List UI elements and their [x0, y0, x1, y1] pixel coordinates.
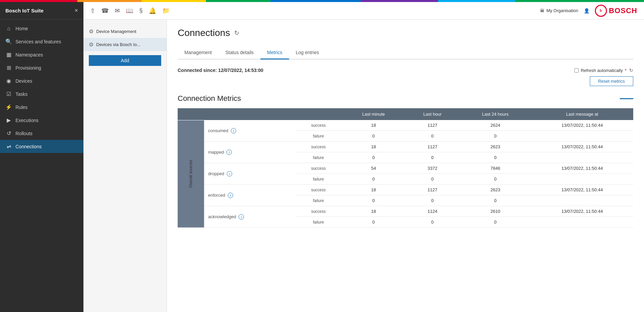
services-icon: 🔍	[5, 38, 12, 45]
metrics-table: Last minute Last hour Last 24 hours Last…	[178, 108, 633, 228]
tabs: Management Status details Metrics Log en…	[178, 46, 633, 60]
sidebar-item-provisioning[interactable]: ⊞ Provisioning	[0, 61, 83, 74]
paragraph-icon[interactable]: §	[139, 7, 143, 14]
cell-last_minute: 0	[342, 152, 405, 163]
cell-last_minute: 0	[342, 195, 405, 206]
main-area: ⇧ ☎ ✉ 📖 § 🔔 📁 🏛 My Organisation 👤 b BOSC…	[83, 2, 644, 312]
cell-last_hour: 0	[405, 195, 460, 206]
device-management-label: Device Management	[96, 29, 136, 34]
connection-name: Devices via Bosch Io...	[96, 42, 141, 47]
refresh-auto-checkbox[interactable]	[574, 68, 579, 73]
user-icon[interactable]: 👤	[584, 8, 589, 13]
share-icon[interactable]: ⇧	[90, 7, 95, 14]
th-label	[178, 108, 342, 120]
email-icon[interactable]: ✉	[115, 7, 120, 14]
info-icon-consumed[interactable]: i	[231, 128, 236, 133]
cell-last_hour: 1127	[405, 185, 460, 195]
refresh-icon[interactable]: ↻	[629, 68, 633, 73]
th-last-24h: Last 24 hours	[460, 108, 531, 120]
group-label-enforced: enforced i	[204, 185, 295, 206]
bosch-logo-circle: b	[595, 5, 607, 17]
cell-last_msg: 13/07/2022, 11:50:44	[531, 142, 633, 152]
table-row: acknowledged isuccess181124261013/07/202…	[178, 206, 633, 217]
sidebar-label-tasks: Tasks	[15, 91, 28, 97]
refresh-asterisk: *	[625, 68, 627, 73]
phone-icon[interactable]: ☎	[101, 7, 109, 14]
info-icon-dropped[interactable]: i	[227, 171, 232, 177]
cell-last_24h: 0	[460, 217, 531, 228]
section-title: Connection Metrics	[178, 94, 241, 103]
sidebar-item-connections[interactable]: ⇌ Connections	[0, 140, 83, 153]
folder-icon[interactable]: 📁	[162, 7, 170, 14]
refresh-auto-checkbox-label[interactable]: Refresh automatically *	[574, 68, 627, 73]
device-management-item[interactable]: ⚙ Device Management	[83, 25, 167, 38]
page-title-row: Connections ↻	[178, 28, 633, 38]
tab-management[interactable]: Management	[178, 46, 219, 60]
page-refresh-icon[interactable]: ↻	[234, 29, 239, 37]
th-last-minute: Last minute	[342, 108, 405, 120]
sidebar-label-home: Home	[15, 26, 28, 31]
provisioning-icon: ⊞	[5, 65, 12, 71]
content-area: ⚙ Device Management ⚙ Devices via Bosch …	[83, 20, 644, 312]
tasks-icon: ☑	[5, 91, 12, 97]
info-icon-mapped[interactable]: i	[226, 150, 232, 155]
tab-log-entries[interactable]: Log entries	[289, 46, 326, 60]
tab-status-details[interactable]: Status details	[219, 46, 260, 60]
org-selector[interactable]: 🏛 My Organisation	[540, 8, 578, 13]
bell-icon[interactable]: 🔔	[149, 7, 156, 14]
info-icon-acknowledged[interactable]: i	[239, 214, 244, 220]
type-cell: failure	[295, 217, 342, 228]
home-icon: ⌂	[5, 26, 12, 32]
group-label-mapped: mapped i	[204, 142, 295, 163]
bosch-text: BOSCH	[609, 6, 637, 15]
cell-last_minute: 0	[342, 174, 405, 185]
table-row: mapped isuccess181127262313/07/2022, 11:…	[178, 142, 633, 152]
cell-last_hour: 1127	[405, 142, 460, 152]
sidebar-item-devices[interactable]: ◉ Devices	[0, 74, 83, 87]
connected-since-label: Connected since:	[178, 68, 217, 73]
rollouts-icon: ↺	[5, 130, 12, 136]
sidebar-item-rules[interactable]: ⚡ Rules	[0, 101, 83, 114]
cell-last_24h: 0	[460, 131, 531, 142]
cell-last_minute: 18	[342, 120, 405, 131]
cell-last_hour: 0	[405, 217, 460, 228]
cell-last_msg	[531, 131, 633, 142]
connection-list-item[interactable]: ⚙ Devices via Bosch Io...	[83, 38, 167, 51]
sidebar-label-rules: Rules	[15, 105, 28, 110]
type-cell: success	[295, 163, 342, 174]
sidebar-item-namespaces[interactable]: ▦ Namespaces	[0, 48, 83, 61]
book-icon[interactable]: 📖	[126, 7, 133, 14]
sidebar-item-tasks[interactable]: ☑ Tasks	[0, 87, 83, 101]
tab-metrics[interactable]: Metrics	[260, 46, 289, 60]
sidebar-item-home[interactable]: ⌂ Home	[0, 22, 83, 35]
rules-icon: ⚡	[5, 104, 12, 110]
type-cell: success	[295, 120, 342, 131]
cell-last_minute: 54	[342, 163, 405, 174]
refresh-auto-label: Refresh automatically	[581, 68, 623, 73]
sidebar-item-executions[interactable]: ▶ Executions	[0, 114, 83, 127]
sidebar-navigation: ⌂ Home🔍 Services and features▦ Namespace…	[0, 20, 83, 153]
group-label-dropped: dropped i	[204, 163, 295, 185]
cell-last_hour: 0	[405, 174, 460, 185]
bosch-logo: b BOSCH	[595, 5, 637, 17]
add-connection-button[interactable]: Add	[89, 55, 161, 66]
cell-last_24h: 0	[460, 152, 531, 163]
sidebar-item-rollouts[interactable]: ↺ Rollouts	[0, 127, 83, 140]
cell-last_msg: 13/07/2022, 11:50:44	[531, 185, 633, 195]
type-cell: failure	[295, 195, 342, 206]
table-head: Last minute Last hour Last 24 hours Last…	[178, 108, 633, 120]
metrics-header: Connected since: 12/07/2022, 14:53:00 Re…	[178, 68, 633, 86]
sidebar-close-button[interactable]: ×	[74, 7, 78, 14]
cell-last_msg	[531, 152, 633, 163]
vertical-header-cell: Overall sources	[178, 120, 204, 228]
cell-last_24h: 0	[460, 174, 531, 185]
cell-last_24h: 0	[460, 195, 531, 206]
org-icon: 🏛	[540, 8, 544, 13]
cell-last_24h: 2623	[460, 142, 531, 152]
info-icon-enforced[interactable]: i	[228, 193, 233, 198]
cell-last_minute: 0	[342, 131, 405, 142]
sidebar-item-services[interactable]: 🔍 Services and features	[0, 35, 83, 48]
cell-last_msg: 13/07/2022, 11:50:44	[531, 120, 633, 131]
reset-metrics-button[interactable]: Reset metrics	[590, 76, 633, 86]
cell-last_hour: 0	[405, 152, 460, 163]
